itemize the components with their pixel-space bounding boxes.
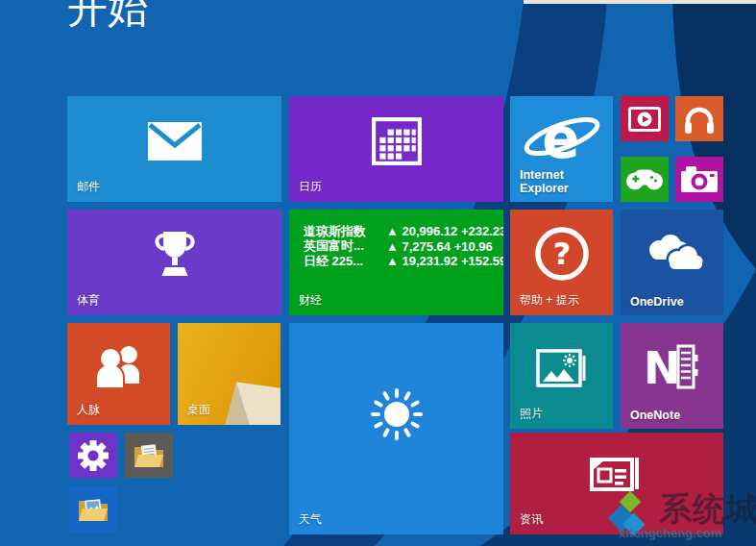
finance-row: 英国富时... ▲ 7,275.64 +10.96 <box>304 239 503 255</box>
photo-frame-icon <box>536 346 588 388</box>
tile-label: 资讯 <box>520 511 543 528</box>
index-name: 日经 225... <box>304 253 386 270</box>
tile-photos[interactable]: 照片 <box>510 323 613 429</box>
envelope-icon <box>148 122 202 161</box>
tile-internet-explorer[interactable]: e Internet Explorer <box>510 96 613 202</box>
tile-label: 人脉 <box>77 402 100 418</box>
tile-camera[interactable] <box>675 157 723 202</box>
tile-label: 照片 <box>520 406 543 422</box>
tile-calendar[interactable]: 日历 <box>289 96 503 202</box>
tile-label: 帮助 + 提示 <box>520 292 579 309</box>
tile-label: 邮件 <box>77 179 100 195</box>
tile-video[interactable] <box>621 96 669 141</box>
tile-music[interactable] <box>675 96 723 141</box>
ie-e-icon: e <box>520 108 604 169</box>
calendar-grid-icon <box>372 117 422 165</box>
tile-onedrive[interactable]: OneDrive <box>621 210 723 315</box>
tile-settings[interactable] <box>69 433 117 478</box>
tile-desktop[interactable]: 桌面 <box>178 323 280 425</box>
svg-text:?: ? <box>552 236 571 272</box>
tile-weather[interactable]: 天气 <box>289 323 503 534</box>
tile-pictures-folder[interactable] <box>69 486 117 533</box>
tile-label: OneNote <box>630 409 705 422</box>
tile-label: 体育 <box>77 292 100 309</box>
trophy-icon <box>149 228 201 282</box>
tile-mail[interactable]: 邮件 <box>67 96 281 202</box>
tile-people[interactable]: 人脉 <box>67 323 170 425</box>
finance-row: 日经 225... ▲ 19,231.92 +152.59 <box>304 254 503 269</box>
svg-text:N: N <box>644 343 681 391</box>
watermark-url: xitongcheng.com <box>619 526 722 540</box>
tile-onenote[interactable]: N OneNote <box>621 323 723 429</box>
gear-icon <box>78 440 109 471</box>
tile-label: OneDrive <box>630 295 705 309</box>
game-controller-icon <box>625 166 664 192</box>
finance-quotes: 道琼斯指数 ▲ 20,996.12 +232.23 英国富时... ▲ 7,27… <box>304 224 503 269</box>
tile-help-tips[interactable]: ? 帮助 + 提示 <box>510 210 613 315</box>
index-quote: ▲ 7,275.64 +10.96 <box>386 239 493 254</box>
tile-sports[interactable]: 体育 <box>67 210 281 315</box>
svg-text:e: e <box>542 108 579 169</box>
camera-icon <box>681 166 718 193</box>
top-edge-strip <box>524 0 756 4</box>
cloud-icon <box>640 234 705 274</box>
tile-label: Internet Explorer <box>520 168 595 195</box>
folder-pictures-icon <box>76 494 110 525</box>
video-player-icon <box>628 107 661 132</box>
folder-document-icon <box>132 440 166 471</box>
onenote-n-icon: N <box>643 343 702 391</box>
people-icon <box>91 343 147 393</box>
tile-label: 桌面 <box>187 402 210 418</box>
tile-label: 日历 <box>299 179 322 195</box>
tile-file-explorer[interactable] <box>125 433 173 478</box>
tile-games[interactable] <box>621 157 669 202</box>
watermark: 系统城 xitongcheng.com <box>605 485 756 546</box>
question-mark-icon: ? <box>532 224 592 284</box>
tile-finance[interactable]: 道琼斯指数 ▲ 20,996.12 +232.23 英国富时... ▲ 7,27… <box>289 210 503 315</box>
tile-label: 天气 <box>299 511 322 528</box>
index-quote: ▲ 20,996.12 +232.23 <box>386 224 503 238</box>
tile-label: 财经 <box>299 292 322 309</box>
start-title: 开始 <box>67 0 148 31</box>
finance-row: 道琼斯指数 ▲ 20,996.12 +232.23 <box>304 224 503 239</box>
index-quote: ▲ 19,231.92 +152.59 <box>386 254 503 268</box>
headphones-icon <box>682 104 717 135</box>
sun-icon <box>369 386 425 442</box>
